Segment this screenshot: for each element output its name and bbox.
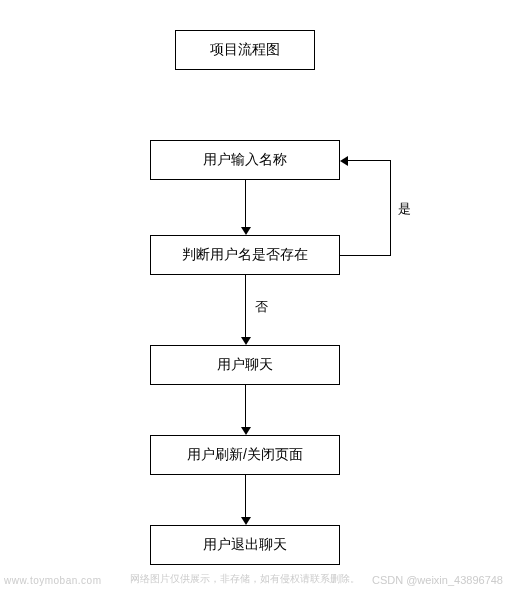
edge-loop-top — [348, 160, 391, 161]
arrow-head-icon — [241, 427, 251, 435]
yes-label: 是 — [398, 200, 411, 218]
watermark-mid: 网络图片仅供展示，非存储，如有侵权请联系删除。 — [130, 572, 360, 586]
watermark-left-text: www.toymoban.com — [4, 575, 101, 586]
arrow-head-icon — [241, 227, 251, 235]
chat-text: 用户聊天 — [217, 356, 273, 374]
title-box: 项目流程图 — [175, 30, 315, 70]
exit-box: 用户退出聊天 — [150, 525, 340, 565]
edge-check-to-chat — [245, 275, 246, 337]
refresh-box: 用户刷新/关闭页面 — [150, 435, 340, 475]
flowchart-diagram: 项目流程图 用户输入名称 判断用户名是否存在 是 否 用户聊天 用户刷新/关闭页… — [0, 0, 509, 590]
input-name-text: 用户输入名称 — [203, 151, 287, 169]
refresh-text: 用户刷新/关闭页面 — [187, 446, 303, 464]
watermark-right-text: CSDN @weixin_43896748 — [372, 574, 503, 586]
arrow-head-icon — [340, 156, 348, 166]
edge-input-to-check — [245, 180, 246, 228]
edge-loop-bottom — [340, 255, 390, 256]
input-name-box: 用户输入名称 — [150, 140, 340, 180]
no-text: 否 — [255, 299, 268, 314]
title-text: 项目流程图 — [210, 41, 280, 59]
arrow-head-icon — [241, 337, 251, 345]
edge-refresh-to-exit — [245, 475, 246, 517]
no-label: 否 — [255, 298, 268, 316]
exit-text: 用户退出聊天 — [203, 536, 287, 554]
yes-text: 是 — [398, 201, 411, 216]
check-user-text: 判断用户名是否存在 — [182, 246, 308, 264]
chat-box: 用户聊天 — [150, 345, 340, 385]
edge-loop-vertical — [390, 160, 391, 256]
edge-chat-to-refresh — [245, 385, 246, 427]
watermark-left: www.toymoban.com — [4, 575, 101, 586]
check-user-box: 判断用户名是否存在 — [150, 235, 340, 275]
arrow-head-icon — [241, 517, 251, 525]
watermark-right: CSDN @weixin_43896748 — [372, 574, 503, 586]
watermark-mid-text: 网络图片仅供展示，非存储，如有侵权请联系删除。 — [130, 573, 360, 584]
